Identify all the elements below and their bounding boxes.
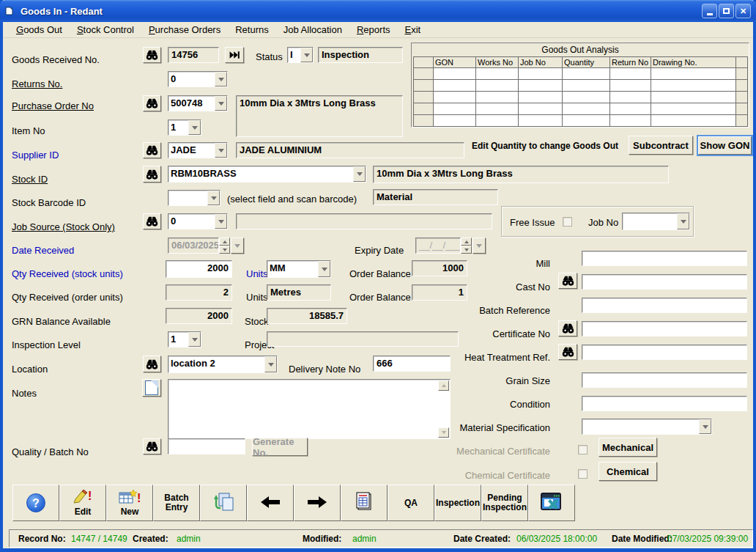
mill-field[interactable] bbox=[582, 251, 747, 266]
job-source-search-button[interactable] bbox=[143, 213, 161, 229]
goods-out-cell[interactable] bbox=[736, 80, 748, 92]
location-select[interactable]: location 2 bbox=[168, 356, 278, 373]
chevron-down-icon[interactable] bbox=[215, 143, 227, 158]
menu-item-exit[interactable]: Exit bbox=[398, 23, 429, 37]
cast-no-field[interactable] bbox=[582, 274, 747, 290]
goods-out-cell[interactable] bbox=[563, 92, 610, 103]
goods-out-cell[interactable] bbox=[519, 92, 563, 103]
material-specification-select[interactable] bbox=[582, 419, 712, 435]
item-no-select[interactable]: 1 bbox=[168, 119, 201, 136]
stock-id-select[interactable]: RBM10BRASS bbox=[168, 166, 366, 183]
goods-out-cell[interactable] bbox=[434, 68, 476, 80]
menu-item-goods-out[interactable]: Goods Out bbox=[9, 23, 70, 37]
chevron-down-icon[interactable] bbox=[677, 213, 689, 229]
goods-out-cell[interactable] bbox=[736, 103, 748, 115]
date-received-spinner[interactable] bbox=[219, 238, 230, 254]
notes-textarea[interactable] bbox=[168, 379, 451, 439]
expiry-date-field[interactable]: __/__/____ bbox=[415, 238, 461, 254]
goods-out-cell[interactable] bbox=[519, 80, 563, 92]
stock-search-button[interactable] bbox=[143, 166, 161, 183]
goods-out-cell[interactable] bbox=[413, 68, 434, 80]
show-gon-button[interactable]: Show GON bbox=[698, 136, 752, 155]
goods-out-cell[interactable] bbox=[563, 80, 610, 92]
job-no-select[interactable] bbox=[622, 213, 690, 230]
goods-out-cell[interactable] bbox=[476, 80, 519, 92]
report-button[interactable] bbox=[341, 485, 388, 521]
condition-field[interactable] bbox=[582, 396, 747, 411]
edit-button[interactable]: ! Edit bbox=[59, 485, 106, 521]
menu-item-reports[interactable]: Reports bbox=[349, 23, 398, 37]
inspection-button[interactable]: Inspection bbox=[434, 485, 481, 521]
goods-out-cell[interactable] bbox=[610, 92, 651, 103]
goods-out-cell[interactable] bbox=[434, 80, 476, 92]
qa-button[interactable]: QA bbox=[388, 485, 434, 521]
inspection-level-select[interactable]: 1 bbox=[168, 331, 201, 347]
supplier-id-select[interactable]: JADE bbox=[168, 142, 228, 158]
goods-out-cell[interactable] bbox=[651, 68, 736, 80]
goods-out-cell[interactable] bbox=[563, 103, 610, 115]
chevron-down-icon[interactable] bbox=[215, 96, 227, 111]
location-search-button[interactable] bbox=[143, 356, 161, 372]
goods-out-cell[interactable] bbox=[736, 92, 748, 103]
chemical-certificate-checkbox[interactable] bbox=[578, 469, 588, 479]
mechanical-certificate-checkbox[interactable] bbox=[578, 445, 588, 455]
heat-treatment-field[interactable] bbox=[582, 345, 747, 360]
goods-out-cell[interactable] bbox=[434, 103, 476, 115]
chevron-down-icon[interactable] bbox=[215, 72, 227, 87]
expiry-date-calendar-button[interactable] bbox=[472, 238, 486, 254]
certificate-no-search-button[interactable] bbox=[558, 320, 577, 336]
chevron-down-icon[interactable] bbox=[264, 356, 277, 372]
purchase-order-no-select[interactable]: 500748 bbox=[168, 95, 228, 111]
generate-no-button[interactable]: Generate No. bbox=[252, 438, 308, 456]
chevron-down-icon[interactable] bbox=[188, 120, 201, 135]
subcontract-button[interactable]: Subcontract bbox=[629, 136, 693, 155]
goods-out-cell[interactable] bbox=[563, 115, 610, 127]
goods-out-cell[interactable] bbox=[476, 115, 519, 127]
menu-item-stock-control[interactable]: Stock Control bbox=[70, 23, 141, 37]
chevron-down-icon[interactable] bbox=[318, 261, 330, 277]
grain-size-field[interactable] bbox=[582, 372, 747, 388]
help-button[interactable]: ? bbox=[12, 485, 59, 521]
new-button[interactable]: ! New bbox=[106, 485, 153, 521]
goods-out-cell[interactable] bbox=[519, 68, 563, 80]
purchase-order-no-label[interactable]: Purchase Order No bbox=[12, 100, 94, 111]
menu-item-job-allocation[interactable]: Job Allocation bbox=[276, 23, 349, 37]
chevron-down-icon[interactable] bbox=[215, 214, 227, 229]
exit-button[interactable] bbox=[528, 485, 575, 521]
goods-out-cell[interactable] bbox=[413, 103, 434, 115]
status-select[interactable]: I bbox=[287, 47, 314, 63]
goods-out-cell[interactable] bbox=[519, 115, 563, 127]
chevron-down-icon[interactable] bbox=[188, 332, 201, 347]
goods-out-cell[interactable] bbox=[413, 115, 434, 127]
goods-out-cell[interactable] bbox=[610, 80, 651, 92]
goods-out-cell[interactable] bbox=[434, 92, 476, 103]
chemical-button[interactable]: Chemical bbox=[598, 462, 657, 481]
quality-batch-field[interactable] bbox=[168, 438, 245, 455]
goods-out-cell[interactable] bbox=[610, 115, 651, 127]
title-bar[interactable]: Goods In - Redant ✕ bbox=[0, 0, 756, 22]
goods-out-cell[interactable] bbox=[476, 68, 519, 80]
chevron-down-icon[interactable] bbox=[699, 419, 711, 434]
cast-no-search-button[interactable] bbox=[558, 273, 577, 289]
returns-no-label[interactable]: Returns No. bbox=[12, 78, 62, 89]
goods-out-cell[interactable] bbox=[519, 103, 563, 115]
menu-item-returns[interactable]: Returns bbox=[228, 23, 276, 37]
units-stock-select[interactable]: MM bbox=[267, 260, 331, 278]
pending-inspection-button[interactable]: Pending Inspection bbox=[481, 485, 528, 521]
goods-out-cell[interactable] bbox=[413, 92, 434, 103]
goods-out-cell[interactable] bbox=[476, 92, 519, 103]
skip-to-last-button[interactable] bbox=[225, 47, 244, 63]
heat-treatment-search-button[interactable] bbox=[558, 344, 577, 360]
stock-barcode-select[interactable] bbox=[168, 190, 220, 206]
goods-out-cell[interactable] bbox=[736, 115, 748, 127]
previous-record-button[interactable] bbox=[247, 485, 294, 521]
stock-id-label[interactable]: Stock ID bbox=[12, 174, 48, 185]
delivery-note-field[interactable]: 666 bbox=[373, 356, 451, 372]
free-issue-checkbox[interactable] bbox=[563, 217, 572, 227]
batch-entry-button[interactable]: Batch Entry bbox=[153, 485, 200, 521]
goods-received-search-button[interactable] bbox=[143, 47, 161, 63]
supplier-search-button[interactable] bbox=[143, 142, 161, 158]
job-source-select[interactable]: 0 bbox=[168, 213, 228, 229]
chevron-down-icon[interactable] bbox=[300, 48, 313, 62]
returns-no-select[interactable]: 0 bbox=[168, 71, 228, 87]
